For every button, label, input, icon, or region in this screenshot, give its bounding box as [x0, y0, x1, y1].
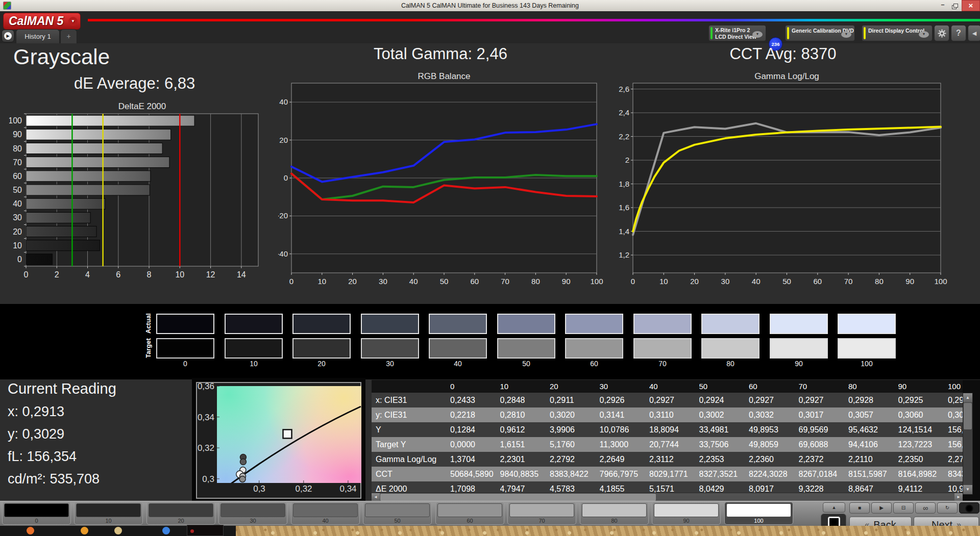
current-reading-title: Current Reading: [8, 380, 116, 397]
blackout-button[interactable]: [959, 502, 979, 514]
table-cell: 0,2911: [550, 393, 595, 407]
folder-icon[interactable]: [114, 527, 122, 534]
scroll-up-button[interactable]: ▲: [963, 393, 972, 402]
table-cell: 2,3112: [649, 452, 694, 467]
table-cell: 1,6151: [500, 437, 545, 452]
table-row-label: y: CIE31: [376, 407, 443, 422]
table-row: Y0,12840,96123,990610,078618,809433,4981…: [372, 422, 963, 437]
swatch-level-label: 30: [361, 360, 419, 368]
table-cell: 2,2353: [699, 452, 744, 467]
table-row-label: CCT: [376, 467, 443, 481]
table-cell: 0,2924: [699, 393, 744, 407]
table-cell: 33,4981: [699, 422, 744, 437]
table-cell: 156,: [948, 422, 963, 437]
table-cell: 8267,0184: [799, 467, 844, 481]
table-cell: 8029,1771: [649, 467, 694, 481]
vertical-scroll-thumb[interactable]: [964, 403, 972, 429]
table-cell: 0,30: [948, 407, 963, 422]
table-cell: 95,4632: [848, 422, 893, 437]
actual-swatch: [225, 314, 283, 334]
table-horizontal-scrollbar[interactable]: ◄ ►: [372, 493, 963, 501]
table-vertical-scrollbar[interactable]: ▲ ▼: [963, 393, 973, 495]
table-cell: 3,9906: [550, 422, 595, 437]
table-cell: 2,2110: [848, 452, 893, 467]
grayscale-swatch-band: Actual Target 0102030405060708090100: [0, 304, 980, 379]
table-cell: 0,3017: [799, 407, 844, 422]
table-cell: 124,1514: [898, 422, 943, 437]
background-window: [187, 525, 224, 536]
table-cell: 20,7744: [649, 437, 694, 452]
table-cell: 8224,3028: [749, 467, 794, 481]
table-cell: 8383,8422: [550, 467, 595, 481]
scroll-right-button[interactable]: ►: [954, 493, 963, 501]
table-cell: 0,29: [948, 393, 963, 407]
scroll-left-button[interactable]: ◄: [372, 493, 380, 501]
table-cell: 69,6088: [799, 437, 844, 452]
measurement-marker: [240, 459, 246, 465]
target-swatch: [361, 338, 419, 359]
actual-swatch: [770, 314, 828, 334]
daylight-locus-curve: [227, 406, 361, 483]
swatch-level-label: 50: [497, 360, 555, 368]
table-column-header: 30: [600, 380, 643, 393]
reading-cdm2-value: cd/m²: 535,708: [8, 471, 100, 487]
table-cell: 8164,8982: [898, 467, 943, 481]
table-cell: 49,8953: [749, 422, 794, 437]
table-cell: 0,2926: [600, 393, 645, 407]
firefox-icon[interactable]: [27, 527, 34, 534]
table-row: y: CIE310,22180,28100,30200,31410,31100,…: [372, 407, 963, 422]
table-row: x: CIE310,24330,28480,29110,29260,29270,…: [372, 393, 963, 407]
swatch-level-label: 90: [770, 360, 828, 368]
table-cell: 49,8059: [749, 437, 794, 452]
table-row-label: Y: [376, 422, 443, 437]
table-row: Target Y0,00001,61515,176011,300020,7744…: [372, 437, 963, 452]
pattern-up-button[interactable]: ▲: [823, 502, 845, 513]
reading-y-value: y: 0,3029: [8, 426, 64, 442]
table-cell: 0,3020: [550, 407, 595, 422]
table-column-header: 60: [749, 380, 792, 393]
swatch-level-label: 10: [225, 360, 283, 368]
table-cell: 8327,3521: [699, 467, 744, 481]
table-cell: 0,2848: [500, 393, 545, 407]
table-cell: 2,2649: [600, 452, 645, 467]
app-orange-icon[interactable]: [81, 527, 88, 534]
app-blue-icon[interactable]: [162, 527, 170, 534]
target-white-point-marker: [283, 429, 292, 438]
table-cell: 2,2372: [799, 452, 844, 467]
target-swatch: [701, 338, 760, 359]
window-red-dot: [190, 529, 194, 533]
scroll-down-button[interactable]: ▼: [963, 485, 972, 494]
swatch-level-label: 0: [156, 360, 214, 368]
actual-swatch: [838, 314, 896, 334]
table-column-header: 80: [848, 380, 891, 393]
table-row-label: x: CIE31: [376, 393, 443, 407]
target-swatch: [225, 338, 283, 359]
table-row: Gamma Log/Log1,37042,23012,27922,26492,3…: [372, 452, 963, 467]
table-cell: 0,0000: [450, 437, 495, 452]
table-row: CCT50684,58909840,88358383,84227966,7975…: [372, 467, 963, 481]
table-cell: 5,1760: [550, 437, 595, 452]
table-cell: 0,9612: [500, 422, 545, 437]
target-swatch: [770, 338, 828, 359]
table-cell: 0,3057: [848, 407, 893, 422]
table-cell: 2,2360: [749, 452, 794, 467]
table-cell: 0,2927: [749, 393, 794, 407]
table-cell: 2,2301: [500, 452, 545, 467]
actual-swatch: [497, 314, 555, 334]
actual-swatch: [633, 314, 692, 334]
reading-x-value: x: 0,2913: [8, 404, 64, 420]
table-cell: 0,3002: [699, 407, 744, 422]
actual-swatch: [565, 314, 623, 334]
target-swatch: [565, 338, 623, 359]
table-column-header: 40: [649, 380, 692, 393]
table-row-label: Target Y: [376, 437, 443, 452]
table-cell: 0,3032: [749, 407, 794, 422]
horizontal-scroll-thumb[interactable]: [380, 494, 656, 501]
measurement-table: 0102030405060708090100x: CIE310,24330,28…: [372, 380, 963, 501]
table-cell: 0,2927: [649, 393, 694, 407]
swatch-level-label: 20: [292, 360, 351, 368]
table-cell: 33,7506: [699, 437, 744, 452]
target-swatch: [156, 338, 214, 359]
table-row-label: Gamma Log/Log: [376, 452, 443, 467]
actual-swatch: [429, 314, 487, 334]
